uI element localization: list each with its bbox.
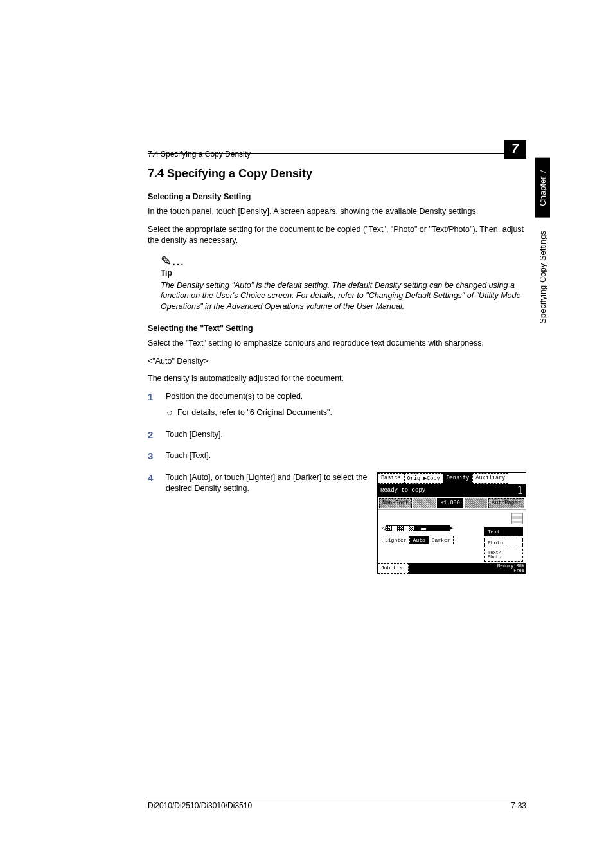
step-text: Touch [Auto], or touch [Lighter] and [Da… <box>166 472 368 495</box>
tip-body: The Density setting "Auto" is the defaul… <box>161 280 526 313</box>
touch-panel-screenshot: Basics Orig.▶Copy Density Auxiliary Read… <box>377 472 526 574</box>
side-chapter-title: Specifying Copy Settings <box>538 231 547 324</box>
step-text: Touch [Density]. <box>166 429 526 441</box>
copy-count: 1 <box>517 484 523 496</box>
button-auto[interactable]: Auto <box>410 536 429 544</box>
para-auto-density-desc: The density is automatically adjusted fo… <box>148 373 526 385</box>
step-number: 3 <box>148 450 157 462</box>
button-autopaper[interactable]: AutoPaper <box>488 498 524 508</box>
step-text: Touch [Text]. <box>166 450 526 462</box>
tab-density[interactable]: Density <box>443 473 473 484</box>
button-lighter[interactable]: Lighter <box>382 536 410 544</box>
button-nonsort[interactable]: Non-Sort <box>379 498 412 508</box>
chapter-number-badge: 7 <box>504 140 526 159</box>
density-arrow-right-icon: ▶ <box>449 524 453 532</box>
footer-page: 7-33 <box>511 801 526 810</box>
step-number: 4 <box>148 472 157 495</box>
para-auto-density: <"Auto" Density> <box>148 356 526 368</box>
para-density-select: Select the appropriate setting for the d… <box>148 224 526 247</box>
side-tab: Specifying Copy Settings Chapter 7 <box>535 158 550 324</box>
step-number: 2 <box>148 429 157 441</box>
tip-icon: ✎… <box>161 253 526 269</box>
tab-auxiliary[interactable]: Auxiliary <box>472 473 508 484</box>
mode-text-photo[interactable]: Text/ Photo <box>484 549 523 562</box>
step-3: 3 Touch [Text]. <box>148 450 526 462</box>
subheading-selecting-density: Selecting a Density Setting <box>148 192 526 201</box>
mode-text[interactable]: Text <box>484 527 523 536</box>
button-darker[interactable]: Darker <box>429 536 454 544</box>
para-text-setting-desc: Select the "Text" setting to emphasize c… <box>148 338 526 350</box>
mode-photo[interactable]: Photo <box>484 538 523 547</box>
step-4: 4 Touch [Auto], or touch [Lighter] and [… <box>148 472 368 495</box>
tab-orig-copy[interactable]: Orig.▶Copy <box>404 473 443 484</box>
mode-preview-icon <box>511 513 523 524</box>
step-number: 1 <box>148 391 157 419</box>
side-chapter-badge: Chapter 7 <box>535 158 550 218</box>
step-1: 1 Position the document(s) to be copied.… <box>148 391 526 419</box>
substep-text: For details, refer to "6 Original Docume… <box>177 407 332 419</box>
header-divider <box>148 153 526 154</box>
button-zoom[interactable]: ×1.000 <box>437 498 463 508</box>
density-scale <box>386 525 449 531</box>
substep-bullet-icon: ❍ <box>167 409 172 419</box>
subheading-text-setting: Selecting the "Text" Setting <box>148 324 526 333</box>
tip-label: Tip <box>161 269 526 278</box>
footer-model: Di2010/Di2510/Di3010/Di3510 <box>148 801 252 810</box>
button-job-list[interactable]: Job List <box>378 563 409 574</box>
memory-status: Memory100% Free <box>496 563 526 574</box>
para-density-intro: In the touch panel, touch [Density]. A s… <box>148 206 526 218</box>
header-section-ref: 7.4 Specifying a Copy Density <box>148 150 251 159</box>
step-2: 2 Touch [Density]. <box>148 429 526 441</box>
section-heading: 7.4 Specifying a Copy Density <box>148 167 526 181</box>
tab-basics[interactable]: Basics <box>378 473 404 484</box>
step-text: Position the document(s) to be copied. <box>166 391 526 403</box>
status-message: Ready to copy <box>380 487 425 493</box>
